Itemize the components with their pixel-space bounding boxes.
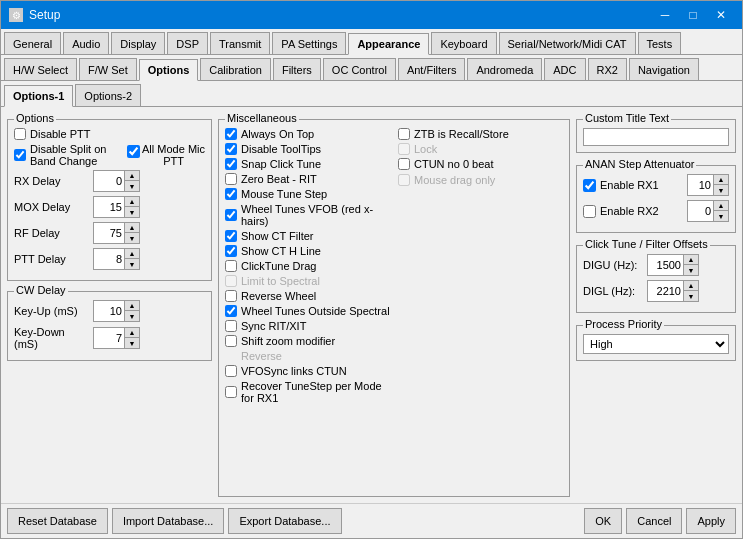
anan-rx2-checkbox[interactable] [583, 205, 596, 218]
tab-pa_settings[interactable]: PA Settings [272, 32, 346, 54]
minimize-button[interactable]: ─ [652, 6, 678, 24]
show-ct-h-line-checkbox[interactable] [225, 245, 237, 257]
zero-beat-rit-checkbox[interactable] [225, 173, 237, 185]
rf-delay-up[interactable]: ▲ [125, 223, 139, 233]
anan-rx2-down[interactable]: ▼ [714, 211, 728, 221]
tab-rx2[interactable]: RX2 [588, 58, 627, 80]
tab-options2[interactable]: Options-2 [75, 84, 141, 106]
digl-down[interactable]: ▼ [684, 291, 698, 301]
disable-ptt-checkbox[interactable] [14, 128, 26, 140]
import-database-button[interactable]: Import Database... [112, 508, 225, 534]
digu-up[interactable]: ▲ [684, 255, 698, 265]
right-panel: Custom Title Text ANAN Step Attenuator E… [576, 113, 736, 497]
tab-options1[interactable]: Options-1 [4, 85, 73, 107]
shift-zoom-checkbox[interactable] [225, 335, 237, 347]
click-filter-group: Click Tune / Filter Offsets DIGU (Hz): ▲… [576, 245, 736, 313]
anan-rx1-up[interactable]: ▲ [714, 175, 728, 185]
ptt-delay-up[interactable]: ▲ [125, 249, 139, 259]
anan-rx1-spinbox: ▲ ▼ [687, 174, 729, 196]
snap-click-tune-checkbox[interactable] [225, 158, 237, 170]
disable-tooltips-checkbox[interactable] [225, 143, 237, 155]
anan-rx1-down[interactable]: ▼ [714, 185, 728, 195]
tab-filters[interactable]: Filters [273, 58, 321, 80]
rx-delay-up[interactable]: ▲ [125, 171, 139, 181]
tab-transmit[interactable]: Transmit [210, 32, 270, 54]
key-up-down[interactable]: ▼ [125, 311, 139, 321]
wheel-tunes-vfob-checkbox[interactable] [225, 209, 237, 221]
maximize-button[interactable]: □ [680, 6, 706, 24]
priority-select[interactable]: Low Below Normal Normal Above Normal Hig… [583, 334, 729, 354]
tab-options[interactable]: Options [139, 59, 199, 81]
reverse-wheel-checkbox[interactable] [225, 290, 237, 302]
clicktune-drag-checkbox[interactable] [225, 260, 237, 272]
key-up-up[interactable]: ▲ [125, 301, 139, 311]
mouse-tune-step-checkbox[interactable] [225, 188, 237, 200]
tab-keyboard[interactable]: Keyboard [431, 32, 496, 54]
tab-tests[interactable]: Tests [638, 32, 682, 54]
tab-appearance[interactable]: Appearance [348, 33, 429, 55]
key-up-input[interactable] [94, 304, 124, 318]
digu-input[interactable] [648, 258, 683, 272]
shift-zoom-label: Shift zoom modifier [241, 335, 335, 347]
anan-rx2-up[interactable]: ▲ [714, 201, 728, 211]
digl-input[interactable] [648, 284, 683, 298]
anan-group-title: ANAN Step Attenuator [583, 158, 696, 170]
tab-dsp[interactable]: DSP [167, 32, 208, 54]
anan-rx1-input[interactable] [688, 178, 713, 192]
anan-rx2-label: Enable RX2 [600, 205, 683, 217]
anan-rx2-input[interactable] [688, 204, 713, 218]
mox-delay-input[interactable] [94, 200, 124, 214]
rf-delay-input[interactable] [94, 226, 124, 240]
mox-delay-down[interactable]: ▼ [125, 207, 139, 217]
tab-hw_select[interactable]: H/W Select [4, 58, 77, 80]
rx-delay-input[interactable] [94, 174, 124, 188]
tab-ant_filters[interactable]: Ant/Filters [398, 58, 466, 80]
show-ct-filter-label: Show CT Filter [241, 230, 314, 242]
mox-delay-up[interactable]: ▲ [125, 197, 139, 207]
vfosync-ctun-checkbox[interactable] [225, 365, 237, 377]
anan-rx1-checkbox[interactable] [583, 179, 596, 192]
recover-tune-checkbox[interactable] [225, 386, 237, 398]
tab-navigation[interactable]: Navigation [629, 58, 699, 80]
ctun-no-beat-checkbox[interactable] [398, 158, 410, 170]
tab-general[interactable]: General [4, 32, 61, 54]
tab-audio[interactable]: Audio [63, 32, 109, 54]
key-down-input[interactable] [94, 331, 124, 345]
mouse-drag-only-checkbox [398, 174, 410, 186]
cw-delay-title: CW Delay [14, 284, 68, 296]
tab-serial[interactable]: Serial/Network/Midi CAT [499, 32, 636, 54]
key-down-down[interactable]: ▼ [125, 338, 139, 348]
tab-fw_set[interactable]: F/W Set [79, 58, 137, 80]
custom-title-group: Custom Title Text [576, 119, 736, 153]
wheel-tunes-vfob-row: Wheel Tunes VFOB (red x-hairs) [225, 203, 390, 227]
all-mode-mic-checkbox[interactable] [127, 145, 140, 158]
custom-title-input[interactable] [583, 128, 729, 146]
disable-tooltips-label: Disable ToolTips [241, 143, 321, 155]
apply-button[interactable]: Apply [686, 508, 736, 534]
reset-database-button[interactable]: Reset Database [7, 508, 108, 534]
tab-display[interactable]: Display [111, 32, 165, 54]
sync-rit-xit-checkbox[interactable] [225, 320, 237, 332]
show-ct-filter-checkbox[interactable] [225, 230, 237, 242]
cancel-button[interactable]: Cancel [626, 508, 682, 534]
ptt-delay-down[interactable]: ▼ [125, 259, 139, 269]
rx-delay-down[interactable]: ▼ [125, 181, 139, 191]
ok-button[interactable]: OK [584, 508, 622, 534]
ptt-delay-input[interactable] [94, 252, 124, 266]
rf-delay-down[interactable]: ▼ [125, 233, 139, 243]
show-ct-h-line-row: Show CT H Line [225, 245, 390, 257]
anan-rx1-row: Enable RX1 ▲ ▼ [583, 174, 729, 196]
key-down-up[interactable]: ▲ [125, 328, 139, 338]
digu-down[interactable]: ▼ [684, 265, 698, 275]
digl-up[interactable]: ▲ [684, 281, 698, 291]
wheel-outside-checkbox[interactable] [225, 305, 237, 317]
close-button[interactable]: ✕ [708, 6, 734, 24]
export-database-button[interactable]: Export Database... [228, 508, 341, 534]
ztb-recall-checkbox[interactable] [398, 128, 410, 140]
tab-calibration[interactable]: Calibration [200, 58, 271, 80]
tab-adc[interactable]: ADC [544, 58, 585, 80]
always-on-top-checkbox[interactable] [225, 128, 237, 140]
disable-split-checkbox[interactable] [14, 149, 26, 161]
tab-oc_control[interactable]: OC Control [323, 58, 396, 80]
tab-andromeda[interactable]: Andromeda [467, 58, 542, 80]
